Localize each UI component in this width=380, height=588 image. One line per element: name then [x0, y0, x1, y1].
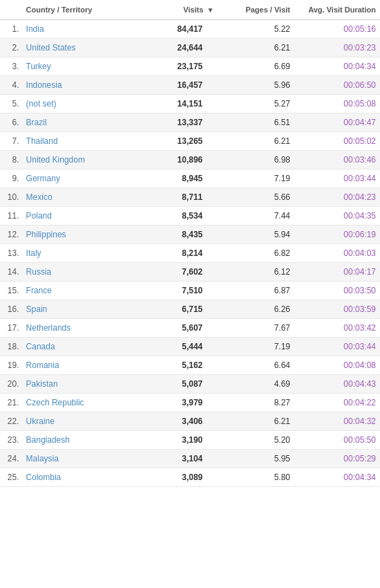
cell-pages: 6.12 — [216, 263, 294, 282]
cell-country[interactable]: Ukraine — [22, 412, 146, 431]
cell-pages: 6.82 — [216, 244, 294, 263]
cell-country[interactable]: India — [22, 20, 146, 39]
country-link[interactable]: Mexico — [26, 192, 53, 202]
cell-rank: 11. — [0, 207, 22, 226]
cell-pages: 5.80 — [216, 468, 294, 487]
cell-rank: 25. — [0, 468, 22, 487]
cell-avgvisit: 00:03:42 — [294, 319, 380, 338]
table-row: 6.Brazil13,3376.5100:04:47 — [0, 113, 380, 132]
col-header-rank — [0, 0, 22, 20]
country-link[interactable]: Romania — [26, 360, 59, 370]
cell-country[interactable]: Bangladesh — [22, 431, 146, 450]
cell-pages: 6.26 — [216, 300, 294, 319]
cell-pages: 5.20 — [216, 431, 294, 450]
col-header-pages: Pages / Visit — [216, 0, 294, 20]
cell-visits: 8,435 — [146, 226, 216, 244]
country-link[interactable]: Indonesia — [26, 80, 62, 90]
country-link[interactable]: (not set) — [26, 99, 57, 109]
cell-avgvisit: 00:03:46 — [294, 151, 380, 169]
cell-pages: 6.87 — [216, 282, 294, 300]
col-header-visits[interactable]: Visits ▼ — [146, 0, 216, 20]
cell-pages: 6.64 — [216, 356, 294, 375]
country-link[interactable]: Russia — [26, 267, 52, 277]
cell-visits: 13,337 — [146, 113, 216, 132]
cell-avgvisit: 00:03:59 — [294, 300, 380, 319]
cell-avgvisit: 00:03:44 — [294, 338, 380, 356]
cell-pages: 6.98 — [216, 151, 294, 169]
cell-rank: 6. — [0, 113, 22, 132]
country-link[interactable]: Canada — [26, 342, 55, 351]
cell-country[interactable]: Malaysia — [22, 450, 146, 468]
cell-visits: 5,444 — [146, 338, 216, 356]
cell-country[interactable]: Colombia — [22, 468, 146, 487]
country-link[interactable]: Czech Republic — [26, 398, 84, 407]
country-link[interactable]: Brazil — [26, 118, 47, 127]
cell-rank: 24. — [0, 450, 22, 468]
cell-avgvisit: 00:03:50 — [294, 282, 380, 300]
cell-avgvisit: 00:05:02 — [294, 132, 380, 151]
cell-country[interactable]: United States — [22, 39, 146, 57]
cell-visits: 24,644 — [146, 39, 216, 57]
cell-country[interactable]: France — [22, 282, 146, 300]
country-link[interactable]: Malaysia — [26, 454, 59, 463]
cell-pages: 6.21 — [216, 39, 294, 57]
country-link[interactable]: Ukraine — [26, 416, 55, 426]
cell-rank: 10. — [0, 188, 22, 207]
cell-country[interactable]: Philippines — [22, 226, 146, 244]
table-row: 23.Bangladesh3,1905.2000:05:50 — [0, 431, 380, 450]
cell-pages: 5.94 — [216, 226, 294, 244]
cell-avgvisit: 00:04:34 — [294, 57, 380, 76]
cell-country[interactable]: Mexico — [22, 188, 146, 207]
cell-country[interactable]: Pakistan — [22, 375, 146, 394]
cell-rank: 13. — [0, 244, 22, 263]
cell-country[interactable]: Spain — [22, 300, 146, 319]
country-link[interactable]: United Kingdom — [26, 155, 85, 165]
cell-country[interactable]: United Kingdom — [22, 151, 146, 169]
country-link[interactable]: Pakistan — [26, 379, 58, 389]
cell-pages: 7.44 — [216, 207, 294, 226]
cell-country[interactable]: Canada — [22, 338, 146, 356]
cell-country[interactable]: Thailand — [22, 132, 146, 151]
cell-country[interactable]: Indonesia — [22, 76, 146, 95]
cell-country[interactable]: Netherlands — [22, 319, 146, 338]
cell-visits: 5,162 — [146, 356, 216, 375]
cell-country[interactable]: Italy — [22, 244, 146, 263]
cell-visits: 5,607 — [146, 319, 216, 338]
country-link[interactable]: Turkey — [26, 62, 51, 71]
country-link[interactable]: France — [26, 286, 52, 295]
country-link[interactable]: Spain — [26, 304, 48, 314]
table-row: 14.Russia7,6026.1200:04:17 — [0, 263, 380, 282]
cell-avgvisit: 00:04:43 — [294, 375, 380, 394]
country-link[interactable]: United States — [26, 43, 76, 53]
cell-country[interactable]: Poland — [22, 207, 146, 226]
cell-rank: 18. — [0, 338, 22, 356]
cell-country[interactable]: Turkey — [22, 57, 146, 76]
country-link[interactable]: Netherlands — [26, 323, 71, 333]
cell-visits: 8,214 — [146, 244, 216, 263]
country-link[interactable]: Germany — [26, 174, 60, 183]
cell-pages: 6.51 — [216, 113, 294, 132]
cell-country[interactable]: Brazil — [22, 113, 146, 132]
cell-country[interactable]: Czech Republic — [22, 394, 146, 412]
table-row: 16.Spain6,7156.2600:03:59 — [0, 300, 380, 319]
cell-visits: 10,896 — [146, 151, 216, 169]
cell-avgvisit: 00:04:03 — [294, 244, 380, 263]
cell-country[interactable]: Romania — [22, 356, 146, 375]
table-row: 25.Colombia3,0895.8000:04:34 — [0, 468, 380, 487]
country-link[interactable]: India — [26, 24, 44, 34]
cell-country[interactable]: Germany — [22, 169, 146, 188]
cell-country[interactable]: (not set) — [22, 95, 146, 113]
cell-rank: 20. — [0, 375, 22, 394]
country-link[interactable]: Poland — [26, 211, 52, 221]
cell-pages: 7.19 — [216, 169, 294, 188]
country-link[interactable]: Italy — [26, 248, 41, 258]
country-link[interactable]: Bangladesh — [26, 435, 70, 445]
cell-visits: 3,089 — [146, 468, 216, 487]
country-link[interactable]: Philippines — [26, 230, 66, 239]
cell-avgvisit: 00:04:08 — [294, 356, 380, 375]
country-link[interactable]: Colombia — [26, 472, 61, 482]
table-row: 22.Ukraine3,4066.2100:04:32 — [0, 412, 380, 431]
country-link[interactable]: Thailand — [26, 136, 58, 146]
cell-country[interactable]: Russia — [22, 263, 146, 282]
table-row: 3.Turkey23,1756.6900:04:34 — [0, 57, 380, 76]
